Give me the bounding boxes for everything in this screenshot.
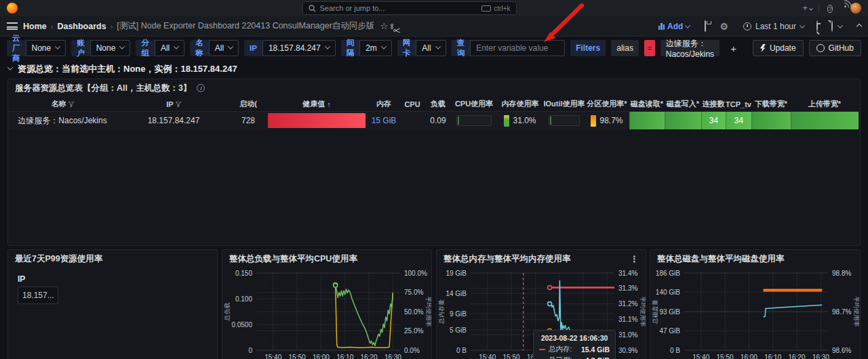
variable-select[interactable]: 18.157.84.247: [262, 40, 336, 56]
svg-text:0: 0: [248, 347, 252, 354]
table-header-cell[interactable]: 磁盘读取*: [629, 99, 665, 109]
table-header-cell[interactable]: CPU: [400, 100, 425, 108]
table-header-cell[interactable]: 磁盘写入*: [665, 99, 701, 109]
table-cell: 0.09: [425, 112, 452, 129]
line-chart[interactable]: 0 B47 GiB93 GiB140 GiB186 GiB98.6%98.7%9…: [650, 268, 859, 359]
p99-ip-label: IP: [18, 274, 217, 284]
table-header-cell[interactable]: CPU使用率: [452, 99, 496, 109]
bar-chart-icon: [658, 23, 665, 30]
table-cell[interactable]: 15 GiB: [368, 112, 400, 129]
disk-chart-title: 整体总磁盘与整体平均磁盘使用率: [657, 253, 785, 265]
panel-kebab-menu-icon[interactable]: [630, 254, 639, 264]
add-filter-button[interactable]: +: [725, 40, 742, 56]
svg-text:47 GiB: 47 GiB: [659, 327, 680, 335]
table-header-cell[interactable]: 健康值↑: [266, 99, 368, 109]
breadcrumb-dashboards[interactable]: Dashboards: [57, 22, 106, 31]
star-icon[interactable]: [380, 22, 388, 30]
variable-label[interactable]: 名称: [190, 40, 209, 56]
menu-icon[interactable]: [7, 22, 18, 30]
svg-text:31.1%: 31.1%: [618, 316, 637, 323]
refresh-interval-chevron[interactable]: [837, 22, 843, 28]
svg-text:16:30: 16:30: [812, 354, 829, 359]
save-dashboard-icon[interactable]: [705, 22, 706, 30]
p99-panel-title: 最近7天P99资源使用率: [15, 253, 102, 265]
svg-text:总负载: 总负载: [224, 303, 231, 322]
search-input[interactable]: Search or jump to... ctrl+k: [302, 1, 517, 15]
breadcrumb-home[interactable]: Home: [23, 22, 47, 31]
table-header-cell[interactable]: IOutil使用率: [544, 99, 585, 109]
shortcut-hint: ctrl+k: [481, 5, 510, 12]
info-icon[interactable]: i: [197, 84, 205, 92]
help-icon[interactable]: ?: [823, 3, 837, 13]
table-header-cell[interactable]: 负载: [425, 99, 452, 109]
variable-label[interactable]: 间隔: [341, 40, 360, 56]
table-header-cell[interactable]: 内存使用率: [496, 99, 544, 109]
adhoc-filters-label[interactable]: Filters: [570, 40, 606, 56]
variable-label[interactable]: 分组: [136, 40, 155, 56]
grafana-logo-icon[interactable]: [7, 3, 18, 14]
svg-text:140 GiB: 140 GiB: [656, 289, 680, 296]
clock-icon: [743, 22, 751, 30]
adhoc-filter-operator-chip[interactable]: =: [644, 40, 655, 56]
update-button[interactable]: Update: [753, 40, 804, 56]
query-variable-input[interactable]: [470, 40, 565, 56]
table-header-cell[interactable]: 分区使用率*: [585, 99, 629, 109]
memory-chart-title: 整体总内存与整体平均内存使用率: [443, 253, 571, 265]
variable-label[interactable]: 账户: [71, 40, 90, 56]
collapse-top-icon[interactable]: [856, 23, 862, 28]
svg-text:93 GiB: 93 GiB: [659, 308, 680, 316]
svg-text:0 B: 0 B: [456, 347, 467, 354]
svg-text:75.0%: 75.0%: [404, 289, 423, 296]
zoom-out-icon[interactable]: [816, 22, 818, 30]
variable-select[interactable]: All: [155, 40, 184, 56]
variable-3: 名称All: [190, 40, 239, 56]
svg-text:30.9%: 30.9%: [618, 347, 637, 354]
adhoc-filter-key-chip[interactable]: alias: [611, 40, 639, 56]
chevron-down-icon: [324, 43, 330, 49]
variable-select[interactable]: 2m: [359, 40, 392, 56]
table-header-cell[interactable]: 下载带宽*: [751, 99, 791, 109]
variable-label[interactable]: 网卡: [397, 40, 416, 56]
query-variable: 查询: [452, 40, 566, 56]
variable-label[interactable]: IP: [244, 40, 262, 56]
variable-select[interactable]: None: [26, 40, 66, 56]
new-button[interactable]: +: [801, 3, 814, 13]
variable-select[interactable]: All: [209, 40, 239, 56]
variable-select[interactable]: None: [90, 40, 131, 56]
svg-text:总磁盘量: 总磁盘量: [652, 299, 658, 324]
chevron-right-icon: ›: [51, 22, 54, 30]
variable-5: 间隔2m: [341, 40, 392, 56]
search-icon: [309, 5, 316, 12]
github-button[interactable]: GitHub: [809, 40, 861, 56]
line-chart[interactable]: 00.05000.1000.1500.0%25.0%50.0%75.0%100.…: [222, 268, 431, 359]
filter-icon[interactable]: [68, 102, 74, 107]
variable-4: IP18.157.84.247: [244, 40, 336, 56]
table-cell: 18.157.84.247: [117, 112, 231, 129]
search-placeholder: Search or jump to...: [320, 4, 478, 12]
top-header: Search or jump to... ctrl+k + ?: [0, 0, 868, 16]
variable-select[interactable]: All: [416, 40, 446, 56]
table-header-cell[interactable]: 名称: [8, 99, 117, 109]
time-range-picker[interactable]: Last 1 hour: [743, 22, 804, 31]
table-header-cell[interactable]: 连接数: [701, 99, 726, 109]
table-header-cell[interactable]: 内存: [368, 99, 400, 109]
table-panel-title: 服务器资源总览表【分组：All，主机总数：3】: [15, 83, 191, 94]
add-panel-button[interactable]: Add: [658, 22, 690, 31]
table-header-cell[interactable]: IP: [117, 100, 231, 108]
adhoc-filter-value-chip[interactable]: 边缘服务：Nacos/Jekins: [660, 40, 719, 56]
svg-text:31.4%: 31.4%: [618, 270, 637, 277]
green-metric-cell: [665, 112, 701, 129]
dashboard-row-header[interactable]: 资源总览：当前选中主机：None，实例：18.157.84.247: [0, 60, 868, 79]
svg-text:15:50: 15:50: [717, 354, 734, 359]
p99-ip-input[interactable]: [18, 287, 58, 304]
refresh-icon[interactable]: [831, 22, 833, 30]
variable-label-query[interactable]: 查询: [452, 40, 471, 56]
avatar[interactable]: [850, 3, 861, 14]
svg-text:98.7%: 98.7%: [832, 308, 851, 316]
variable-label[interactable]: 云厂商: [7, 40, 26, 56]
filter-icon[interactable]: [176, 102, 181, 107]
settings-gear-icon[interactable]: [719, 22, 728, 31]
table-header-cell[interactable]: 启动(: [231, 99, 266, 109]
table-header-cell[interactable]: 上传带宽*: [791, 99, 859, 109]
table-header-cell[interactable]: TCP_tv: [726, 100, 751, 108]
